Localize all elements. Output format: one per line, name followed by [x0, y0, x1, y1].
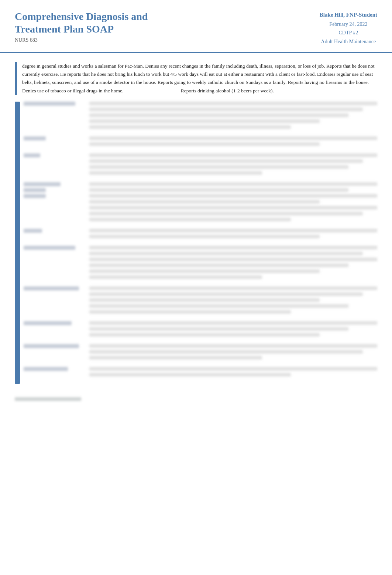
blurred-label-8 — [24, 321, 83, 339]
blurred-row-10 — [24, 367, 377, 379]
blurred-content-7 — [89, 286, 377, 316]
cdtp-label: CDTP #2 — [320, 28, 377, 37]
blurred-content-6 — [89, 246, 377, 281]
provider-name: Blake Hill, FNP-Student — [320, 10, 377, 20]
blurred-row-7 — [24, 286, 377, 316]
blurred-label-10 — [24, 367, 83, 379]
blurred-content-5 — [89, 229, 377, 241]
date-label: February 24, 2022 — [320, 20, 377, 29]
section-sidebar — [15, 102, 20, 384]
footer-bar — [15, 397, 81, 401]
blurred-row-6 — [24, 246, 377, 281]
blurred-row-4 — [24, 182, 377, 224]
blurred-label-4 — [24, 182, 83, 224]
header-right: Blake Hill, FNP-Student February 24, 202… — [320, 10, 377, 46]
blurred-label-2 — [24, 136, 83, 148]
blurred-content-1 — [89, 102, 377, 131]
footer-note — [15, 394, 377, 401]
blurred-content-3 — [89, 153, 377, 177]
blurred-section-container — [15, 102, 377, 384]
blurred-row-9 — [24, 344, 377, 362]
title-line2: Treatment Plan SOAP — [15, 23, 114, 35]
header-left: Comprehensive Diagnosis and Treatment Pl… — [15, 10, 320, 43]
title-line1: Comprehensive Diagnosis and — [15, 11, 148, 22]
blurred-content-4 — [89, 182, 377, 224]
intro-block: degree in general studies and works a sa… — [15, 62, 377, 95]
specialty-label: Adult Health Maintenance — [320, 37, 377, 46]
blurred-row-2 — [24, 136, 377, 148]
blurred-content-8 — [89, 321, 377, 339]
main-content: degree in general studies and works a sa… — [0, 53, 392, 410]
blurred-label-7 — [24, 286, 83, 316]
page-title: Comprehensive Diagnosis and Treatment Pl… — [15, 10, 320, 35]
alcohol-note: Reports drinking alcohol (1-2 beers per … — [181, 88, 274, 93]
page-header: Comprehensive Diagnosis and Treatment Pl… — [0, 0, 392, 53]
blurred-content-10 — [89, 367, 377, 379]
course-label: NURS 683 — [15, 37, 320, 43]
blurred-row-3 — [24, 153, 377, 177]
blurred-content-2 — [89, 136, 377, 148]
blurred-label-9 — [24, 344, 83, 362]
blurred-label-5 — [24, 229, 83, 241]
blurred-content-9 — [89, 344, 377, 362]
blurred-label-1 — [24, 102, 83, 131]
blurred-row-8 — [24, 321, 377, 339]
blurred-content-area — [24, 102, 377, 384]
blurred-row-1 — [24, 102, 377, 131]
intro-paragraph: degree in general studies and works a sa… — [22, 62, 377, 95]
blurred-row-5 — [24, 229, 377, 241]
blurred-label-3 — [24, 153, 83, 177]
blurred-label-6 — [24, 246, 83, 281]
